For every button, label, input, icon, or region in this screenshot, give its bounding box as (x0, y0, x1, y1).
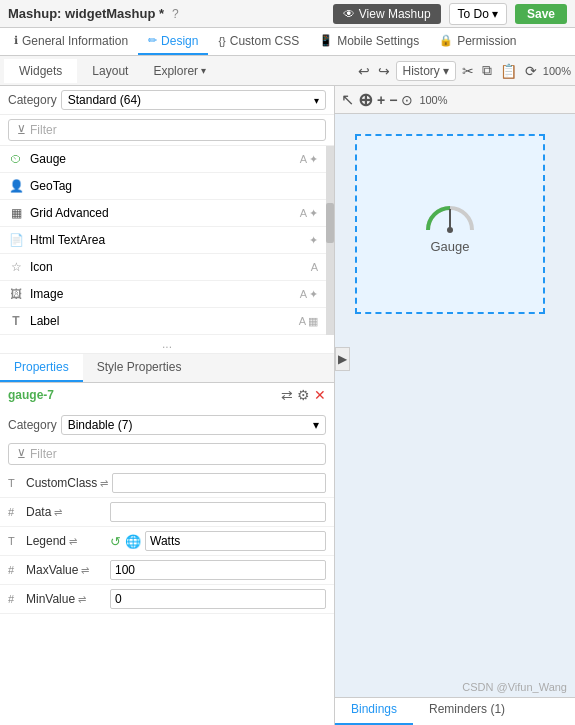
help-icon[interactable]: ? (172, 7, 179, 21)
font-icon-image[interactable]: A (300, 288, 307, 301)
tab-general-label: General Information (22, 34, 128, 48)
mobile-icon: 📱 (319, 34, 333, 47)
cut-icon[interactable]: ✂ (460, 61, 476, 81)
prop-name-legend: Legend ⇌ (26, 534, 106, 548)
canvas-toolbar: ↖ ⊕ + − ⊙ 100% (335, 86, 575, 114)
design-icon: ✏ (148, 34, 157, 47)
widget-name-htmltextarea: Html TextArea (30, 233, 303, 247)
add-icon-image[interactable]: ✦ (309, 288, 318, 301)
list-item[interactable]: 🖼 Image A ✦ (0, 281, 326, 308)
prop-type-minvalue: # (8, 593, 22, 605)
move-tool-icon[interactable]: ⊕ (356, 87, 375, 113)
prop-category-select[interactable]: Bindable (7) ▾ (61, 415, 326, 435)
add-icon-label[interactable]: ▦ (308, 315, 318, 328)
view-mashup-button[interactable]: 👁 View Mashup (333, 4, 441, 24)
vertical-scrollbar[interactable] (326, 146, 334, 335)
tab-widgets-label: Widgets (19, 64, 62, 78)
list-item[interactable]: ⏲ Gauge A ✦ (0, 146, 326, 173)
font-icon-grid[interactable]: A (300, 207, 307, 220)
redo-icon[interactable]: ↪ (376, 61, 392, 81)
prop-link-icon-legend: ⇌ (69, 536, 77, 547)
prop-globe-icon-legend[interactable]: 🌐 (125, 534, 141, 549)
font-icon-gauge[interactable]: A (300, 153, 307, 166)
refresh-icon[interactable]: ⟳ (523, 61, 539, 81)
widget-name-image: Image (30, 287, 294, 301)
prop-value-customclass[interactable] (112, 473, 326, 493)
prop-refresh-icon-legend[interactable]: ↺ (110, 534, 121, 549)
scrollbar-thumb[interactable] (326, 203, 334, 243)
tab-general[interactable]: ℹ General Information (4, 28, 138, 55)
paste-icon[interactable]: 📋 (498, 61, 519, 81)
prop-filter-row: ⊻ Filter (0, 439, 334, 469)
zoom-out-icon[interactable]: − (387, 90, 399, 110)
prop-value-legend[interactable] (145, 531, 326, 551)
tab-mobile[interactable]: 📱 Mobile Settings (309, 28, 429, 55)
filter-input-wrap[interactable]: ⊻ Filter (8, 119, 326, 141)
toolbar-row: Widgets Layout Explorer ▾ ↩ ↪ History ▾ … (0, 56, 575, 86)
canvas-zoom-level: 100% (419, 94, 447, 106)
tab-style-label: Style Properties (97, 360, 182, 374)
share-icon[interactable]: ⇄ (281, 387, 293, 403)
todo-button[interactable]: To Do ▾ (449, 3, 507, 25)
history-chevron-icon: ▾ (443, 64, 449, 78)
list-item[interactable]: 👤 GeoTag (0, 173, 326, 200)
cursor-tool-icon[interactable]: ↖ (339, 88, 356, 111)
list-item[interactable]: ☆ Icon A (0, 254, 326, 281)
prop-row-maxvalue: # MaxValue ⇌ (0, 556, 334, 585)
tab-layout[interactable]: Layout (77, 59, 143, 83)
list-item[interactable]: 📄 Html TextArea ✦ (0, 227, 326, 254)
tab-properties[interactable]: Properties (0, 354, 83, 382)
close-icon[interactable]: ✕ (314, 387, 326, 403)
tab-bindings-label: Bindings (351, 702, 397, 716)
view-mashup-label: View Mashup (359, 7, 431, 21)
tab-reminders[interactable]: Reminders (1) (413, 698, 521, 725)
canvas-area[interactable]: ▶ Gauge CSDN @Vifun_Wang (335, 114, 575, 697)
category-select[interactable]: Standard (64) ▾ (61, 90, 326, 110)
prop-filter-placeholder: Filter (30, 447, 57, 461)
prop-name-maxvalue: MaxValue ⇌ (26, 563, 106, 577)
tab-bindings[interactable]: Bindings (335, 698, 413, 725)
zoom-level: 100% (543, 65, 571, 77)
selected-widget-label[interactable]: gauge-7 (8, 388, 54, 402)
widget-list: ⏲ Gauge A ✦ 👤 GeoTag ▦ Grid Advanced A (0, 146, 326, 335)
prop-link-icon-maxvalue: ⇌ (81, 565, 89, 576)
tab-design[interactable]: ✏ Design (138, 28, 208, 55)
list-item[interactable]: T Label A ▦ (0, 308, 326, 335)
main-layout: Category Standard (64) ▾ ⊻ Filter ⏲ Gaug… (0, 86, 575, 725)
copy-icon[interactable]: ⧉ (480, 60, 494, 81)
save-button[interactable]: Save (515, 4, 567, 24)
prop-value-minvalue[interactable] (110, 589, 326, 609)
history-button[interactable]: History ▾ (396, 61, 456, 81)
tab-permission[interactable]: 🔒 Permission (429, 28, 526, 55)
font-icon-label[interactable]: A (299, 315, 306, 328)
tab-style-properties[interactable]: Style Properties (83, 354, 196, 382)
settings-icon[interactable]: ⚙ (297, 387, 310, 403)
prop-category-row: Category Bindable (7) ▾ (0, 411, 334, 439)
prop-tabs: Properties Style Properties (0, 354, 334, 383)
gauge-widget[interactable]: Gauge (355, 134, 545, 314)
prop-value-data[interactable] (110, 502, 326, 522)
undo-icon[interactable]: ↩ (356, 61, 372, 81)
widget-actions-icon: A (311, 261, 318, 273)
tab-widgets[interactable]: Widgets (4, 59, 77, 83)
tab-css[interactable]: {} Custom CSS (208, 28, 309, 55)
tab-explorer[interactable]: Explorer ▾ (143, 59, 216, 83)
add-icon-html[interactable]: ✦ (309, 234, 318, 247)
eye-icon: 👁 (343, 7, 355, 21)
add-icon-gauge[interactable]: ✦ (309, 153, 318, 166)
font-icon-icon[interactable]: A (311, 261, 318, 273)
tab-reminders-label: Reminders (1) (429, 702, 505, 716)
chevron-down-icon: ▾ (492, 7, 498, 21)
widget-name-geotag: GeoTag (30, 179, 318, 193)
prop-value-maxvalue[interactable] (110, 560, 326, 580)
tab-mobile-label: Mobile Settings (337, 34, 419, 48)
expand-icon[interactable]: ⊙ (399, 90, 415, 110)
zoom-in-icon[interactable]: + (375, 90, 387, 110)
list-item[interactable]: ▦ Grid Advanced A ✦ (0, 200, 326, 227)
info-icon: ℹ (14, 34, 18, 47)
prop-filter-input[interactable]: ⊻ Filter (8, 443, 326, 465)
add-icon-grid[interactable]: ✦ (309, 207, 318, 220)
panel-collapse-icon[interactable]: ▶ (335, 347, 350, 371)
filter-placeholder: Filter (30, 123, 57, 137)
prop-row-customclass: T CustomClass ⇌ (0, 469, 334, 498)
